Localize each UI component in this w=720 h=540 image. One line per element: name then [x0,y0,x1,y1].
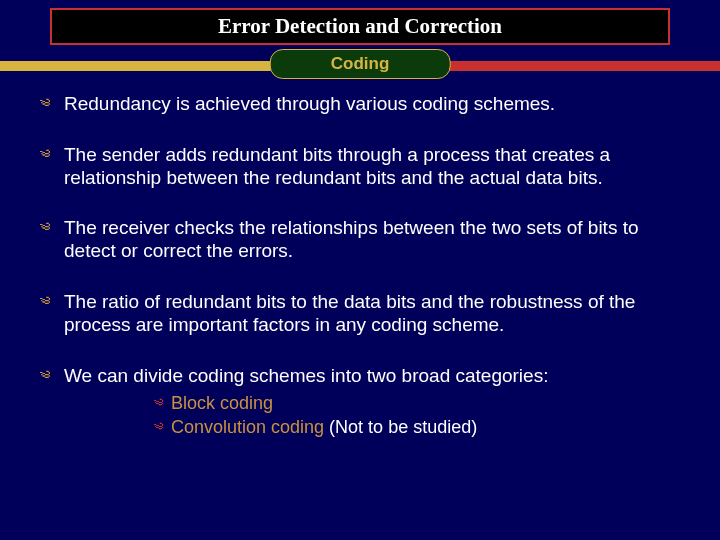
sub-item-aside: (Not to be studied) [329,417,477,437]
content-area: ༄ Redundancy is achieved through various… [0,81,720,441]
flourish-icon: ༄ [154,393,163,415]
list-item-text: The sender adds redundant bits through a… [64,144,680,190]
flourish-icon: ༄ [40,291,50,313]
ribbon-row: Coding [0,45,720,81]
page-title: Error Detection and Correction [218,14,502,38]
list-item: ༄ Redundancy is achieved through various… [40,93,680,116]
bullet-list: ༄ Redundancy is achieved through various… [40,93,680,441]
sub-list-item: ༄ Block coding [154,393,680,415]
list-item-text: The receiver checks the relationships be… [64,217,680,263]
flourish-icon: ༄ [40,144,50,166]
title-bar: Error Detection and Correction [50,8,670,45]
list-item: ༄ The sender adds redundant bits through… [40,144,680,190]
flourish-icon: ༄ [40,365,50,387]
sub-item-text: Block coding [171,393,273,415]
sub-item-label: Block coding [171,393,273,413]
flourish-icon: ༄ [40,93,50,115]
subtitle-pill: Coding [270,49,451,79]
sub-item-label: Convolution coding [171,417,329,437]
flourish-icon: ༄ [40,217,50,239]
list-item: ༄ The receiver checks the relationships … [40,217,680,263]
list-item-text: We can divide coding schemes into two br… [64,365,548,386]
sub-list-item: ༄ Convolution coding (Not to be studied) [154,417,680,439]
sub-item-text: Convolution coding (Not to be studied) [171,417,477,439]
list-item: ༄ The ratio of redundant bits to the dat… [40,291,680,337]
flourish-icon: ༄ [154,417,163,439]
list-item-text: Redundancy is achieved through various c… [64,93,555,116]
list-item: ༄ We can divide coding schemes into two … [40,365,680,442]
list-item-text: The ratio of redundant bits to the data … [64,291,680,337]
subtitle-text: Coding [331,54,390,73]
sub-list: ༄ Block coding ༄ Convolution coding (Not… [154,393,680,439]
